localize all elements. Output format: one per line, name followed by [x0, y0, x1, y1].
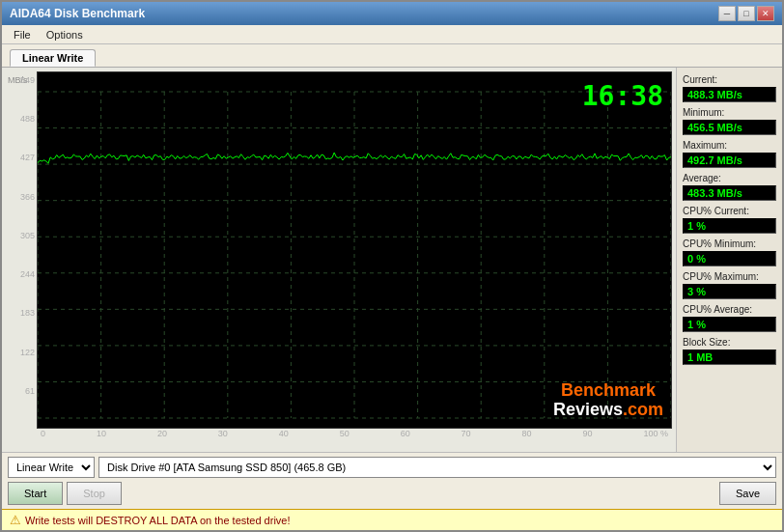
- maximum-label: Maximum:: [683, 140, 776, 151]
- y-label-427: 427: [6, 153, 37, 162]
- warning-bar: ⚠ Write tests will DESTROY ALL DATA on t…: [2, 509, 782, 530]
- drive-select[interactable]: Disk Drive #0 [ATA Samsung SSD 850] (465…: [98, 457, 776, 478]
- average-value: 483.3 MB/s: [683, 185, 776, 201]
- tab-linear-write[interactable]: Linear Write: [10, 49, 96, 67]
- warning-text: Write tests will DESTROY ALL DATA on the…: [25, 515, 291, 526]
- menu-file[interactable]: File: [6, 27, 39, 42]
- current-value: 488.3 MB/s: [683, 87, 776, 102]
- title-bar: AIDA64 Disk Benchmark ─ □ ✕: [2, 2, 782, 25]
- cpu-average-value: 1 %: [683, 317, 776, 332]
- menu-bar: File Options: [2, 25, 782, 44]
- minimize-button[interactable]: ─: [718, 6, 736, 21]
- y-label-122: 122: [6, 348, 37, 357]
- y-label-305: 305: [6, 231, 37, 240]
- cpu-average-label: CPU% Average:: [683, 304, 776, 315]
- cpu-minimum-label: CPU% Minimum:: [683, 238, 776, 249]
- x-label-70: 70: [462, 429, 471, 448]
- y-label-183: 183: [6, 308, 37, 318]
- block-size-value: 1 MB: [683, 350, 776, 365]
- minimum-label: Minimum:: [683, 107, 776, 118]
- x-label-30: 30: [218, 429, 228, 448]
- logo-bench: Benchmark: [561, 380, 656, 400]
- y-axis-labels: 549 488 427 366 305 244 183 122 61: [6, 71, 37, 429]
- y-label-61: 61: [6, 386, 37, 396]
- x-label-0: 0: [41, 429, 45, 448]
- y-label-549: 549: [6, 75, 37, 85]
- window-controls: ─ □ ✕: [718, 6, 774, 21]
- close-button[interactable]: ✕: [757, 6, 774, 21]
- cpu-current-value: 1 %: [683, 218, 776, 234]
- warning-icon: ⚠: [10, 513, 21, 527]
- x-label-50: 50: [340, 429, 350, 448]
- chart-area: MB/s 549 488 427 366 305 244 183 122 61 …: [6, 71, 672, 448]
- app-window: AIDA64 Disk Benchmark ─ □ ✕ File Options…: [0, 0, 784, 532]
- stats-panel: Current: 488.3 MB/s Minimum: 456.5 MB/s …: [676, 68, 782, 452]
- x-label-10: 10: [97, 429, 106, 448]
- time-display: 16:38: [582, 80, 663, 112]
- maximize-button[interactable]: □: [738, 6, 755, 21]
- stop-button[interactable]: Stop: [67, 482, 122, 505]
- maximum-value: 492.7 MB/s: [683, 153, 776, 168]
- x-label-40: 40: [279, 429, 289, 448]
- logo-com: .com: [623, 400, 663, 419]
- y-label-366: 366: [6, 192, 37, 202]
- main-content: MB/s 549 488 427 366 305 244 183 122 61 …: [2, 68, 782, 452]
- logo-text: Benchmark Reviews.com: [553, 381, 663, 420]
- x-label-100: 100 %: [643, 429, 668, 448]
- save-button[interactable]: Save: [719, 482, 776, 505]
- test-type-select[interactable]: Linear Write: [8, 457, 95, 478]
- x-label-20: 20: [157, 429, 167, 448]
- cpu-minimum-value: 0 %: [683, 251, 776, 266]
- window-title: AIDA64 Disk Benchmark: [10, 7, 145, 20]
- y-label-244: 244: [6, 269, 37, 279]
- x-label-90: 90: [582, 429, 592, 448]
- minimum-value: 456.5 MB/s: [683, 120, 776, 135]
- y-label-488: 488: [6, 114, 37, 124]
- x-axis-labels: 0 10 20 30 40 50 60 70 80 90 100 %: [37, 429, 672, 448]
- control-row-2: Start Stop Save: [8, 482, 776, 505]
- logo-reviews: Reviews: [553, 400, 623, 419]
- menu-options[interactable]: Options: [39, 27, 91, 42]
- logo: Benchmark Reviews.com: [553, 381, 663, 420]
- bottom-controls: Linear Write Disk Drive #0 [ATA Samsung …: [2, 452, 782, 509]
- tab-bar: Linear Write: [2, 44, 782, 68]
- x-label-80: 80: [522, 429, 532, 448]
- chart-canvas-container: 16:38 Benchmark Reviews.com: [37, 71, 672, 429]
- benchmark-chart: [38, 72, 671, 428]
- x-label-60: 60: [401, 429, 410, 448]
- average-label: Average:: [683, 173, 776, 183]
- start-button[interactable]: Start: [8, 482, 63, 505]
- cpu-maximum-value: 3 %: [683, 284, 776, 299]
- block-size-label: Block Size:: [683, 337, 776, 348]
- cpu-maximum-label: CPU% Maximum:: [683, 271, 776, 282]
- current-label: Current:: [683, 74, 776, 85]
- cpu-current-label: CPU% Current:: [683, 206, 776, 216]
- control-row-1: Linear Write Disk Drive #0 [ATA Samsung …: [8, 457, 776, 478]
